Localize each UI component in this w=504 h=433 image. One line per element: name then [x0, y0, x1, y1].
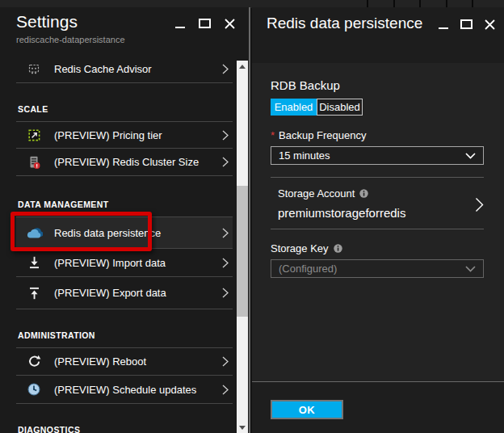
redis-data-persistence-blade: Redis data persistence RDB Backup Enable… — [252, 7, 504, 433]
storage-account-row[interactable]: Storage Account premiumstorageforredis — [271, 186, 484, 221]
storage-key-value: (Configured) — [279, 263, 465, 275]
required-asterisk: * — [271, 129, 275, 141]
sidebar-item-label: (PREVIEW) Import data — [54, 257, 222, 269]
chevron-right-icon — [475, 197, 484, 216]
storage-key-dropdown: (Configured) — [271, 259, 484, 278]
close-icon — [225, 19, 235, 29]
sidebar-item-redis-data-persistence[interactable]: Redis data persistence — [16, 216, 233, 249]
close-icon — [485, 19, 495, 30]
info-icon — [334, 244, 342, 253]
close-button[interactable] — [485, 19, 495, 30]
divider — [271, 229, 484, 229]
cloud-icon — [24, 227, 44, 239]
scrollbar-thumb[interactable] — [237, 186, 248, 317]
sidebar-item-label: (PREVIEW) Schedule updates — [54, 384, 222, 396]
minimize-button[interactable] — [439, 19, 448, 30]
backup-frequency-label: * Backup Frequency — [271, 129, 484, 141]
divider — [271, 177, 484, 178]
chevron-right-icon — [222, 157, 229, 167]
chevron-down-icon — [465, 153, 476, 159]
scroll-up-button[interactable] — [237, 61, 248, 72]
info-icon — [359, 189, 368, 198]
enabled-button[interactable]: Enabled — [271, 99, 317, 116]
sidebar-item-label: (PREVIEW) Pricing tier — [54, 129, 222, 141]
sidebar-item-redis-cluster-size[interactable]: (PREVIEW) Redis Cluster Size — [16, 149, 233, 176]
sidebar-item-label: (PREVIEW) Reboot — [54, 355, 222, 368]
sidebar-item-label: Redis data persistence — [54, 227, 222, 239]
chevron-right-icon — [222, 356, 229, 367]
section-header-data-management: DATA MANAGEMENT — [16, 176, 233, 216]
sidebar-item-label: (PREVIEW) Export data — [54, 287, 222, 299]
blade-footer: OK — [252, 381, 504, 433]
blade-body: RDB Backup Enabled Disabled * Backup Fre… — [252, 63, 504, 381]
scroll-down-button[interactable] — [237, 422, 248, 433]
blade-header: Redis data persistence — [252, 7, 504, 63]
storage-key-label: Storage Key — [271, 242, 484, 254]
pricing-tier-icon — [24, 129, 44, 141]
blade-subtitle: rediscache-datapersistance — [16, 35, 125, 44]
section-header-diagnostics: DIAGNOSTICS — [16, 404, 233, 433]
section-header-administration: ADMINISTRATION — [16, 309, 233, 347]
sidebar-item-redis-cache-advisor[interactable]: Redis Cache Advisor — [16, 55, 233, 83]
sidebar-item-export-data[interactable]: (PREVIEW) Export data — [16, 277, 233, 309]
settings-blade: Settings rediscache-datapersistance Redi… — [0, 7, 250, 433]
sidebar-item-reboot[interactable]: (PREVIEW) Reboot — [16, 347, 233, 376]
maximize-button[interactable] — [460, 19, 472, 30]
page-title: Settings — [16, 12, 78, 32]
ok-button[interactable]: OK — [271, 400, 343, 419]
schedule-icon — [24, 383, 44, 396]
maximize-button[interactable] — [199, 18, 211, 29]
export-icon — [24, 287, 44, 300]
storage-account-value: premiumstorageforredis — [278, 206, 468, 220]
chevron-right-icon — [222, 130, 229, 141]
storage-account-label: Storage Account — [278, 187, 468, 200]
rdb-backup-toggle: Enabled Disabled — [271, 99, 484, 116]
chevron-right-icon — [222, 64, 229, 74]
sidebar-item-import-data[interactable]: (PREVIEW) Import data — [16, 249, 233, 277]
chevron-down-icon — [465, 266, 476, 272]
scrollbar[interactable] — [237, 61, 248, 433]
close-button[interactable] — [225, 18, 235, 29]
backup-frequency-value: 15 minutes — [279, 149, 465, 162]
minimize-button[interactable] — [175, 18, 185, 29]
sidebar-item-schedule-updates[interactable]: (PREVIEW) Schedule updates — [16, 376, 233, 404]
import-icon — [24, 256, 44, 269]
blade-title: Redis data persistence — [267, 15, 422, 32]
reboot-icon — [24, 355, 44, 368]
sidebar-item-pricing-tier[interactable]: (PREVIEW) Pricing tier — [16, 121, 233, 149]
chevron-right-icon — [222, 258, 229, 268]
settings-menu: Redis Cache Advisor SCALE (PREVIEW) Pric… — [16, 55, 233, 433]
cluster-size-icon — [24, 156, 44, 169]
backup-frequency-dropdown[interactable]: 15 minutes — [271, 146, 484, 165]
chevron-right-icon — [222, 385, 229, 395]
sidebar-item-label: Redis Cache Advisor — [54, 63, 222, 75]
section-header-scale: SCALE — [16, 83, 233, 121]
chevron-right-icon — [222, 228, 229, 238]
rdb-backup-label: RDB Backup — [271, 78, 484, 92]
disabled-button[interactable]: Disabled — [317, 99, 363, 116]
sidebar-item-label: (PREVIEW) Redis Cluster Size — [54, 156, 222, 168]
advisor-icon — [24, 63, 44, 74]
chevron-right-icon — [222, 288, 229, 298]
